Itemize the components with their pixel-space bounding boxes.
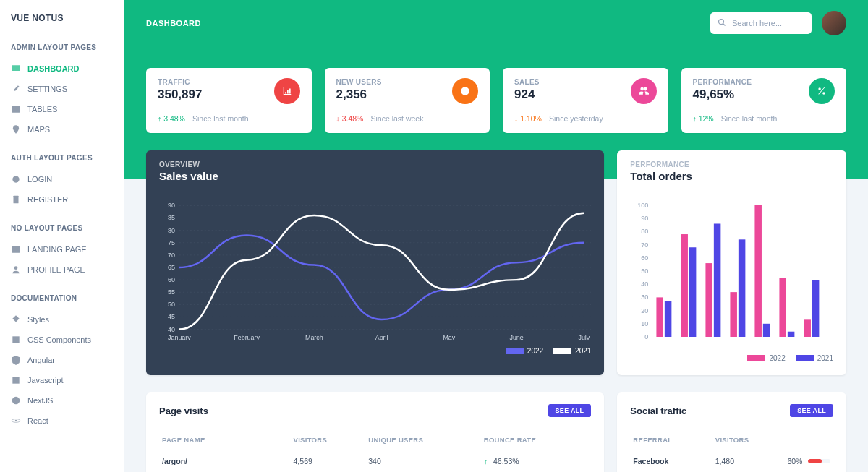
pie-icon	[452, 78, 478, 104]
svg-text:July: July	[578, 334, 590, 340]
svg-rect-3	[14, 196, 19, 204]
sidebar-item-tables[interactable]: TABLES	[11, 99, 114, 119]
stat-card-performance: PERFORMANCE 49,65% ↑ 12%Since last month	[681, 68, 847, 133]
stat-value: 350,897	[158, 87, 202, 102]
svg-text:90: 90	[642, 215, 649, 222]
stat-label: PERFORMANCE	[693, 78, 752, 86]
svg-rect-7	[12, 377, 19, 383]
table-header: VISITORS	[291, 430, 366, 450]
stat-card-new-users: NEW USERS 2,356 ↓ 3.48%Since last week	[325, 68, 490, 133]
search-box[interactable]	[710, 12, 812, 34]
sidebar-item-label: Styles	[27, 315, 49, 324]
brand: VUE NOTUS	[11, 13, 114, 23]
svg-rect-66	[812, 280, 820, 337]
stat-label: NEW USERS	[336, 78, 382, 86]
svg-text:February: February	[234, 334, 260, 340]
sidebar-item-login[interactable]: LOGIN	[11, 169, 114, 189]
svg-rect-63	[780, 278, 787, 337]
svg-line-12	[723, 24, 726, 26]
svg-point-5	[14, 266, 18, 270]
svg-text:May: May	[443, 334, 455, 340]
legend-item: 2022	[747, 354, 785, 362]
svg-text:January: January	[168, 334, 191, 340]
sidebar-item-profile-page[interactable]: PROFILE PAGE	[11, 259, 114, 280]
chart-title: Total orders	[630, 170, 833, 182]
see-all-button[interactable]: SEE ALL	[790, 404, 833, 417]
table-row[interactable]: /argon/4,569340↑46,53%	[159, 450, 591, 473]
angular-icon	[11, 355, 21, 365]
stat-card-sales: SALES 924 ↓ 1.10%Since yesterday	[503, 68, 668, 133]
stat-delta: ↑ 12%	[693, 114, 714, 123]
stat-value: 924	[514, 87, 540, 102]
sidebar-item-label: REGISTER	[27, 195, 68, 204]
sidebar-item-maps[interactable]: MAPS	[11, 119, 114, 140]
sidebar-item-styles[interactable]: Styles	[11, 309, 114, 330]
sidebar-item-css-components[interactable]: CSS Components	[11, 330, 114, 350]
svg-text:40: 40	[168, 326, 175, 333]
sidebar-item-landing-page[interactable]: LANDING PAGE	[11, 239, 114, 259]
percent-icon	[809, 78, 835, 104]
table-title: Social traffic	[630, 406, 686, 416]
chart-icon	[274, 78, 300, 104]
map-icon	[11, 124, 21, 134]
svg-text:0: 0	[645, 333, 649, 340]
search-input[interactable]	[732, 19, 804, 27]
svg-text:65: 65	[168, 264, 175, 271]
css-icon	[11, 335, 21, 345]
svg-text:60: 60	[642, 254, 649, 262]
svg-text:20: 20	[642, 307, 649, 314]
table-header: BOUNCE RATE	[481, 430, 592, 450]
clipboard-icon	[11, 194, 21, 205]
avatar[interactable]	[822, 11, 846, 35]
svg-text:75: 75	[168, 239, 175, 246]
sidebar-item-label: PROFILE PAGE	[27, 265, 85, 274]
sidebar-item-react[interactable]: React	[11, 411, 114, 431]
chart-title: Sales value	[159, 170, 591, 182]
svg-text:80: 80	[168, 227, 175, 234]
charts-row: OVERVIEW Sales value 4045505560657075808…	[146, 150, 846, 375]
arrow-up-icon: ↑	[484, 457, 488, 465]
sidebar-item-nextjs[interactable]: NextJS	[11, 390, 114, 411]
sidebar-item-angular[interactable]: Angular	[11, 350, 114, 370]
table-title: Page visits	[159, 406, 208, 416]
svg-rect-4	[12, 246, 20, 252]
sidebar-item-register[interactable]: REGISTER	[11, 189, 114, 210]
svg-rect-64	[788, 332, 795, 337]
stat-label: TRAFFIC	[158, 78, 202, 86]
sidebar-item-label: Angular	[27, 356, 55, 364]
sidebar-item-label: MAPS	[27, 125, 50, 134]
stat-delta: ↑ 3.48%	[158, 114, 185, 123]
legend-item: 2021	[553, 347, 591, 355]
stat-value: 2,356	[336, 87, 382, 102]
search-icon	[718, 17, 726, 30]
table-row[interactable]: Facebook1,48060%	[630, 450, 833, 473]
paint-icon	[11, 314, 21, 325]
svg-text:50: 50	[168, 301, 175, 308]
sidebar-item-label: NextJS	[27, 396, 53, 405]
stat-card-traffic: TRAFFIC 350,897 ↑ 3.48%Since last month	[146, 68, 312, 133]
svg-rect-0	[12, 65, 20, 71]
svg-rect-56	[689, 247, 697, 337]
svg-point-11	[719, 20, 724, 25]
svg-text:50: 50	[642, 267, 649, 275]
sidebar-item-label: Javascript	[27, 376, 64, 385]
sales-chart-card: OVERVIEW Sales value 4045505560657075808…	[146, 150, 604, 375]
user-icon	[11, 265, 21, 275]
sidebar-item-label: SETTINGS	[27, 85, 67, 93]
line-chart: 4045505560657075808590JanuaryFebruaryMar…	[159, 195, 591, 355]
sidebar-item-label: React	[27, 416, 48, 425]
sidebar-item-javascript[interactable]: Javascript	[11, 370, 114, 390]
legend-item: 2022	[506, 347, 543, 355]
stat-period: Since last month	[721, 114, 778, 123]
react-icon	[11, 416, 21, 426]
svg-text:30: 30	[642, 293, 649, 301]
orders-chart-card: PERFORMANCE Total orders 010203040506070…	[617, 150, 846, 375]
stat-period: Since last month	[192, 114, 249, 123]
sidebar-item-settings[interactable]: SETTINGS	[11, 79, 114, 99]
sidebar-item-dashboard[interactable]: DASHBOARD	[11, 59, 114, 79]
svg-rect-1	[12, 106, 20, 112]
js-icon	[11, 375, 21, 385]
svg-rect-57	[706, 263, 713, 337]
see-all-button[interactable]: SEE ALL	[548, 404, 592, 417]
svg-text:90: 90	[168, 202, 175, 209]
